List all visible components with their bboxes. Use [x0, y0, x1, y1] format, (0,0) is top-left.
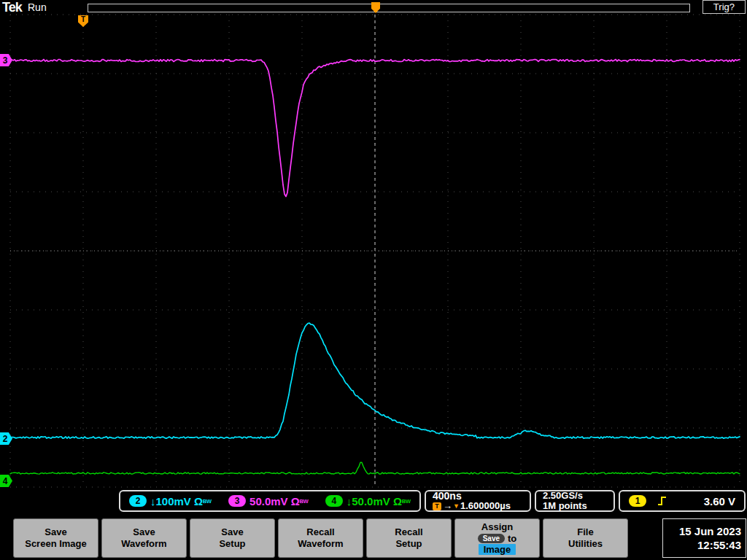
ch4-scale-readout: ↓50.0mV Ωᴮᵂ — [347, 495, 411, 508]
acquisition-readout[interactable]: 2.50GS/s 1M points — [535, 490, 615, 512]
ch2-bw-indicator: ᴮᵂ — [203, 498, 212, 507]
trigger-level-readout: 3.60 V — [704, 495, 735, 508]
graticule-display — [0, 0, 747, 560]
button-label-line1: Save — [133, 526, 155, 538]
ch3-coupling: Ω — [291, 495, 300, 508]
delay-time-readout: 1.600000µs — [460, 501, 511, 511]
button-label-line2: Setup — [395, 538, 422, 550]
date-display: 15 Jun 2023 — [679, 524, 741, 538]
assign-save-to-image-button[interactable]: Assign Save to Image — [454, 518, 540, 558]
ch4-coupling: Ω — [393, 495, 402, 508]
oscilloscope-screen: Tek Run Trig? T 3 2 4 2 ↓100mV Ωᴮᵂ 3 50.… — [0, 0, 747, 560]
button-label-line2: Screen Image — [25, 538, 87, 550]
button-label-line1: Save — [221, 526, 243, 538]
horizontal-readout[interactable]: 400ns T→▼1.600000µs — [425, 490, 531, 512]
ch3-bw-indicator: ᴮᵂ — [300, 498, 309, 507]
trigger-readout[interactable]: 1 3.60 V — [619, 490, 746, 512]
ch2-trace — [10, 323, 740, 438]
ch2-scale-readout: ↓100mV Ωᴮᵂ — [150, 495, 212, 508]
button-label-line1: File — [577, 526, 593, 538]
ch2-readout-badge: 2 — [129, 495, 147, 507]
assign-to-label: to — [508, 533, 516, 544]
delay-arrow: → — [443, 501, 452, 511]
button-label-line1: Assign — [481, 521, 513, 533]
channel-readouts[interactable]: 2 ↓100mV Ωᴮᵂ 3 50.0mV Ωᴮᵂ 4 ↓50.0mV Ωᴮᵂ — [119, 490, 421, 512]
sample-rate-readout: 2.50GS/s — [543, 491, 583, 501]
button-label-line1: Recall — [306, 526, 334, 538]
trigger-source-badge: 1 — [629, 495, 646, 507]
save-waveform-button[interactable]: Save Waveform — [101, 518, 187, 558]
button-label-line1: Recall — [395, 526, 422, 538]
save-chip: Save — [478, 534, 505, 543]
ch2-scale: ↓100mV — [150, 495, 191, 508]
button-label-line1: Save — [44, 526, 66, 538]
ch3-scale: 50.0mV — [249, 495, 288, 508]
ch4-scale: ↓50.0mV — [347, 495, 390, 508]
bottom-menu: Save Screen Image Save Waveform Save Set… — [13, 518, 628, 558]
delay-readout: T→▼1.600000µs — [433, 501, 511, 511]
timebase-readout: 400ns — [433, 491, 462, 501]
save-setup-button[interactable]: Save Setup — [190, 518, 275, 558]
file-utilities-button[interactable]: File Utilities — [543, 518, 628, 558]
ch2-coupling: Ω — [194, 495, 203, 508]
ch4-bw-indicator: ᴮᵂ — [402, 498, 411, 507]
delay-marker-icon: ▼ — [453, 501, 460, 511]
ch3-scale-readout: 50.0mV Ωᴮᵂ — [249, 495, 309, 508]
trigger-symbol: T — [433, 502, 441, 510]
recall-setup-button[interactable]: Recall Setup — [366, 518, 452, 558]
ch4-readout-badge: 4 — [325, 495, 343, 507]
button-label-line2: Utilities — [568, 538, 603, 550]
datetime-display: 15 Jun 2023 12:55:43 — [662, 518, 746, 558]
ch2-readout: 2 ↓100mV Ωᴮᵂ — [129, 495, 212, 508]
button-label-line2: Waveform — [298, 538, 343, 550]
button-label-line2: Waveform — [121, 538, 166, 550]
record-length-readout: 1M points — [543, 501, 587, 511]
assign-save-row: Save to — [478, 533, 517, 544]
ch3-readout-badge: 3 — [228, 495, 246, 507]
ch4-readout: 4 ↓50.0mV Ωᴮᵂ — [325, 495, 411, 508]
rising-edge-slope-icon — [657, 494, 668, 508]
button-label-line2: Setup — [219, 538, 245, 550]
save-screen-image-button[interactable]: Save Screen Image — [13, 518, 98, 558]
assign-image-highlight: Image — [479, 544, 516, 555]
recall-waveform-button[interactable]: Recall Waveform — [278, 518, 363, 558]
time-display: 12:55:43 — [697, 538, 741, 552]
ch3-readout: 3 50.0mV Ωᴮᵂ — [228, 495, 309, 508]
